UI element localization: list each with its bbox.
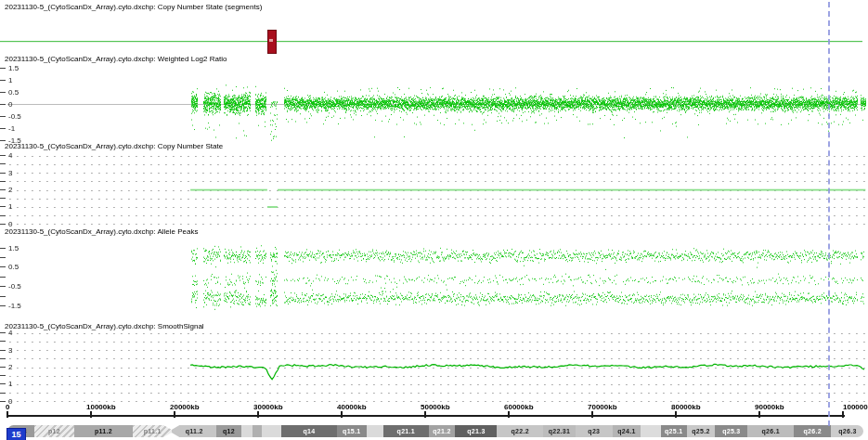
ruler-tick-mark: [341, 411, 343, 418]
ideogram-band-label: q14: [303, 428, 315, 434]
y-tick-mark: [0, 367, 6, 368]
ideogram-band[interactable]: [262, 425, 282, 437]
ideogram-band-label: q25.3: [722, 428, 740, 434]
ideogram-band-label: q22.2: [511, 428, 528, 434]
y-tick-label: -0.5: [8, 282, 21, 291]
y-tick-mark: [0, 277, 6, 278]
y-tick-mark: [0, 104, 6, 105]
ideogram-band-q24.1[interactable]: q24.1: [613, 425, 641, 437]
ruler-tick-label: 20000kb: [170, 403, 200, 411]
ideogram-band-p11.1[interactable]: p11.1: [133, 425, 172, 437]
ideogram-band-q25.1[interactable]: q25.1: [661, 425, 687, 437]
y-tick-label: 2: [8, 363, 12, 371]
ideogram-band[interactable]: [253, 425, 262, 437]
y-tick-mark: [0, 266, 6, 267]
ideogram-band-q25.3[interactable]: q25.3: [715, 425, 747, 437]
ideogram-band-q22.31[interactable]: q22.31: [543, 425, 576, 437]
y-tick-mark: [0, 393, 6, 394]
y-tick-label: 4: [8, 329, 12, 337]
y-tick-mark: [0, 163, 6, 164]
ideogram-band-q21.3[interactable]: q21.3: [455, 425, 497, 437]
cn-loss-segment-marker[interactable]: [267, 30, 276, 54]
y-tick-label: 0.5: [8, 263, 19, 271]
y-tick-mark: [0, 286, 6, 287]
ideogram-band-label: q23: [588, 428, 600, 434]
y-tick-mark: [0, 140, 6, 141]
ruler-tick-mark: [257, 411, 259, 418]
y-tick-label: 0: [8, 100, 12, 109]
cursor-dashed-line[interactable]: [828, 2, 830, 426]
ruler-tick-mark: [424, 411, 426, 418]
segment-marker-notch: [269, 39, 273, 42]
y-tick-mark: [0, 296, 6, 297]
ruler-tick-mark: [508, 411, 510, 418]
track-title-allele-peaks: 20231130-5_(CytoScanDx_Array).cyto.dxchp…: [5, 227, 198, 236]
ruler-tick-mark: [758, 411, 760, 418]
y-tick-mark: [0, 181, 6, 182]
track-title-copy-number-state: 20231130-5_(CytoScanDx_Array).cyto.dxchp…: [5, 142, 223, 150]
data-plot-area[interactable]: [0, 0, 868, 440]
ruler-tick-mark: [174, 411, 175, 418]
ideogram-band-q15.1[interactable]: q15.1: [337, 425, 367, 437]
chromosome-label-chip: 15: [6, 428, 26, 440]
y-tick-label: 0.5: [8, 88, 19, 97]
y-tick-mark: [0, 92, 6, 93]
y-tick-mark: [0, 248, 6, 249]
ideogram-band-q26.1[interactable]: q26.1: [747, 425, 794, 437]
ideogram-band-label: q25.2: [692, 428, 709, 434]
ideogram-band[interactable]: [367, 425, 383, 437]
ruler-tick-mark: [675, 411, 677, 418]
y-tick-mark: [0, 341, 6, 342]
ideogram-band-label: p12: [48, 428, 60, 434]
ideogram-band-q21.1[interactable]: q21.1: [383, 425, 429, 437]
ideogram-band-q23[interactable]: q23: [576, 425, 613, 437]
y-tick-label: 1: [8, 380, 12, 388]
ruler-tick-label: 60000kb: [504, 403, 534, 411]
ideogram-band-label: q12: [223, 428, 235, 434]
y-tick-mark: [0, 332, 6, 333]
track-title-weighted-log2-ratio: 20231130-5_(CytoScanDx_Array).cyto.dxchp…: [5, 55, 227, 63]
y-tick-label: 3: [8, 169, 12, 177]
ideogram-band-p12[interactable]: p12: [34, 425, 74, 437]
ideogram-band-label: q11.2: [186, 428, 203, 434]
ideogram-band-q11.2[interactable]: q11.2: [172, 425, 216, 437]
y-tick-label: 1.5: [8, 244, 19, 252]
ruler-tick-label: 70000kb: [588, 403, 617, 411]
ruler-tick-label: 100000kb: [843, 403, 868, 411]
ideogram-band-q22.2[interactable]: q22.2: [497, 425, 543, 437]
y-tick-mark: [0, 155, 6, 156]
ideogram-band-label: p11.1: [144, 428, 162, 434]
chromosome-ideogram[interactable]: p13p12p11.2p11.1q11.2q12q14q15.1q21.1q21…: [7, 425, 864, 437]
y-tick-mark: [0, 198, 6, 199]
y-tick-mark: [0, 189, 6, 190]
ideogram-band[interactable]: [641, 425, 661, 437]
ideogram-band[interactable]: [241, 425, 253, 437]
y-tick-mark: [0, 68, 6, 69]
ideogram-band-q12[interactable]: q12: [216, 425, 241, 437]
ruler-tick-label: 80000kb: [671, 403, 701, 411]
y-tick-label: 1: [8, 76, 12, 84]
ideogram-band-q25.2[interactable]: q25.2: [687, 425, 716, 437]
ideogram-band-label: q26.2: [803, 428, 821, 434]
y-tick-mark: [0, 215, 6, 216]
y-tick-mark: [0, 116, 6, 117]
ideogram-band-label: q25.1: [665, 428, 682, 434]
ideogram-band-p11.2[interactable]: p11.2: [74, 425, 133, 437]
ruler-tick-label: 10000kb: [86, 403, 116, 411]
ruler-tick-mark: [6, 411, 8, 418]
y-tick-mark: [0, 358, 6, 359]
ideogram-band-label: q21.1: [397, 428, 415, 434]
ideogram-band-q14[interactable]: q14: [281, 425, 336, 437]
y-tick-label: 0: [8, 220, 12, 228]
ideogram-band-q26.3[interactable]: q26.3: [831, 425, 863, 437]
y-tick-label: 2: [8, 186, 12, 194]
ideogram-band-q26.2[interactable]: q26.2: [794, 425, 832, 437]
y-tick-label: 4: [8, 151, 12, 160]
ideogram-band-label: q24.1: [617, 428, 635, 434]
ideogram-band-q21.2[interactable]: q21.2: [429, 425, 456, 437]
ruler-tick-label: 90000kb: [755, 403, 784, 411]
ideogram-band-label: q21.2: [433, 428, 450, 434]
y-tick-mark: [0, 257, 6, 258]
ideogram-band-label: q15.1: [343, 428, 360, 434]
y-tick-label: -0.5: [8, 112, 21, 121]
